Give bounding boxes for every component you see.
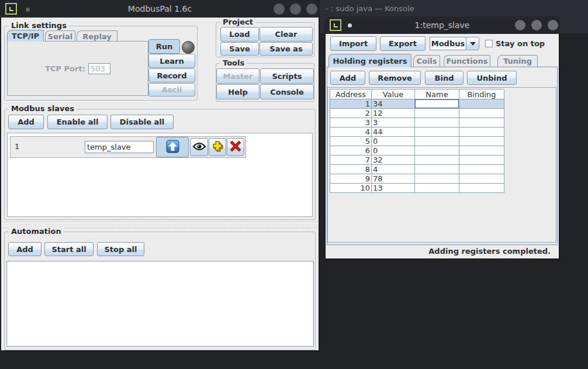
cell-addr[interactable]: 1 xyxy=(330,99,372,109)
maximize-button[interactable] xyxy=(290,4,301,15)
slave-add-button[interactable]: Add xyxy=(8,115,44,129)
run-button[interactable]: Run xyxy=(148,39,180,54)
minimize-button[interactable] xyxy=(274,4,285,15)
import-button[interactable]: Import xyxy=(330,36,376,51)
tab-coils[interactable]: Coils xyxy=(413,55,440,67)
tab-tuning[interactable]: Tuning xyxy=(497,55,538,67)
cell-bind[interactable] xyxy=(459,174,504,184)
register-remove-button[interactable]: Remove xyxy=(369,71,421,85)
close-button[interactable] xyxy=(548,20,558,30)
cell-name[interactable] xyxy=(415,146,459,156)
tcp-port-input[interactable]: 503 xyxy=(88,63,110,74)
table-row[interactable]: 84 xyxy=(330,165,504,174)
save-button[interactable]: Save xyxy=(220,42,259,56)
cell-bind[interactable] xyxy=(459,109,504,118)
column-header-value[interactable]: Value xyxy=(372,89,415,99)
stay-on-top-checkbox[interactable] xyxy=(485,40,493,47)
tab-tcpip[interactable]: TCP/IP xyxy=(7,30,44,42)
scripts-button[interactable]: Scripts xyxy=(260,68,314,84)
table-row[interactable]: 978 xyxy=(330,174,504,184)
slave-row[interactable]: 1 temp_slave xyxy=(10,136,246,158)
cell-addr[interactable]: 10 xyxy=(330,184,372,193)
table-row[interactable]: 212 xyxy=(330,109,504,118)
cell-bind[interactable] xyxy=(459,146,504,156)
record-button[interactable]: Record xyxy=(148,68,195,82)
column-header-name[interactable]: Name xyxy=(415,89,459,99)
register-unbind-button[interactable]: Unbind xyxy=(467,71,517,85)
table-row[interactable]: 134 xyxy=(330,99,504,109)
combo-dropdown-button[interactable] xyxy=(466,37,479,50)
cell-addr[interactable]: 5 xyxy=(330,137,372,146)
learn-button[interactable]: Learn xyxy=(148,54,195,68)
cell-addr[interactable]: 6 xyxy=(330,146,372,156)
cell-name[interactable] xyxy=(415,118,459,127)
slave-enable-button[interactable] xyxy=(156,137,189,157)
tab-holding-registers[interactable]: Holding registers xyxy=(328,54,411,67)
clear-button[interactable]: Clear xyxy=(260,27,313,42)
column-header-address[interactable]: Address xyxy=(330,89,372,99)
cell-addr[interactable]: 4 xyxy=(330,127,372,137)
cell-name[interactable] xyxy=(415,184,459,193)
modbuspal-titlebar[interactable]: ModbusPal 1.6c xyxy=(0,0,320,18)
start-all-button[interactable]: Start all xyxy=(44,242,94,256)
cell-bind[interactable] xyxy=(459,137,504,146)
automation-list[interactable] xyxy=(6,261,314,347)
cell-bind[interactable] xyxy=(459,127,504,137)
disable-all-button[interactable]: Disable all xyxy=(110,115,174,129)
cell-val[interactable]: 3 xyxy=(372,118,415,127)
slave-view-button[interactable] xyxy=(190,138,208,156)
save-as-button[interactable]: Save as xyxy=(260,42,313,56)
cell-bind[interactable] xyxy=(459,165,504,174)
cell-bind[interactable] xyxy=(459,156,504,165)
slave-delete-button[interactable] xyxy=(227,138,244,156)
cell-addr[interactable]: 8 xyxy=(330,165,372,174)
register-add-button[interactable]: Add xyxy=(330,71,365,85)
load-button[interactable]: Load xyxy=(220,27,259,42)
register-bind-button[interactable]: Bind xyxy=(425,71,464,85)
console-button[interactable]: Console xyxy=(260,84,314,99)
table-row[interactable]: 60 xyxy=(330,146,504,156)
cell-val[interactable]: 78 xyxy=(372,174,415,184)
tab-functions[interactable]: Functions xyxy=(444,55,490,67)
slave-name-input[interactable]: temp_slave xyxy=(85,141,154,153)
table-row[interactable]: 50 xyxy=(330,137,504,146)
cell-val[interactable]: 44 xyxy=(372,127,415,137)
ascii-button[interactable]: Ascii xyxy=(148,83,195,96)
cell-val[interactable]: 34 xyxy=(372,99,415,109)
cell-name[interactable] xyxy=(415,127,459,137)
export-button[interactable]: Export xyxy=(380,36,426,51)
cell-name[interactable] xyxy=(415,99,459,109)
cell-val[interactable]: 12 xyxy=(372,109,415,118)
cell-bind[interactable] xyxy=(459,184,504,193)
cell-name[interactable] xyxy=(415,174,459,184)
table-row[interactable]: 732 xyxy=(330,156,504,165)
minimize-button[interactable] xyxy=(515,20,525,30)
maximize-button[interactable] xyxy=(531,20,542,30)
cell-val[interactable]: 32 xyxy=(372,156,415,165)
slave-dialog-titlebar[interactable]: 1:temp_slave xyxy=(324,16,560,34)
stop-all-button[interactable]: Stop all xyxy=(97,242,144,256)
cell-addr[interactable]: 2 xyxy=(330,109,372,118)
protocol-select[interactable]: Modbus xyxy=(430,37,466,50)
table-row[interactable]: 33 xyxy=(330,118,504,127)
cell-name[interactable] xyxy=(415,137,459,146)
cell-val[interactable]: 4 xyxy=(372,165,415,174)
cell-name[interactable] xyxy=(415,165,459,174)
cell-bind[interactable] xyxy=(459,118,504,127)
tab-serial[interactable]: Serial xyxy=(45,30,75,42)
enable-all-button[interactable]: Enable all xyxy=(47,115,108,129)
automation-add-button[interactable]: Add xyxy=(8,242,41,256)
slave-add-automation-button[interactable] xyxy=(209,138,226,156)
table-row[interactable]: 444 xyxy=(330,127,504,137)
column-header-binding[interactable]: Binding xyxy=(459,89,504,99)
cell-addr[interactable]: 7 xyxy=(330,156,372,165)
tab-replay[interactable]: Replay xyxy=(77,30,117,42)
cell-val[interactable]: 0 xyxy=(372,137,415,146)
cell-val[interactable]: 13 xyxy=(372,184,415,193)
help-button[interactable]: Help xyxy=(216,84,260,99)
cell-bind[interactable] xyxy=(459,99,504,109)
cell-name[interactable] xyxy=(415,109,459,118)
table-row[interactable]: 1013 xyxy=(330,184,504,193)
cell-addr[interactable]: 9 xyxy=(330,174,372,184)
cell-val[interactable]: 0 xyxy=(372,146,415,156)
